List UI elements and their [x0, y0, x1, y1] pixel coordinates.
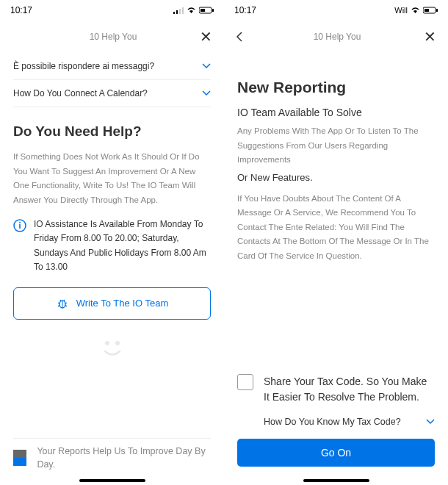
banner-icon	[13, 450, 26, 466]
info-row: IO Assistance Is Available From Monday T…	[13, 218, 211, 274]
faq-item-messages[interactable]: È possibile rispondere ai messaggi?	[13, 53, 211, 80]
status-icons: Will	[394, 6, 438, 15]
body-text: If Something Does Not Work As It Should …	[13, 150, 211, 207]
battery-icon	[199, 7, 214, 14]
content: New Reporting IO Team Available To Solve…	[224, 78, 448, 467]
chevron-down-icon	[202, 63, 211, 69]
content: È possibile rispondere ai messaggi? How …	[0, 53, 224, 368]
tax-code-faq[interactable]: How Do You Know My Tax Code?	[264, 417, 435, 427]
faq-label: How Do You Connect A Calendar?	[13, 88, 148, 98]
smile-icon	[13, 333, 211, 368]
status-time: 10:17	[10, 5, 32, 15]
write-to-team-button[interactable]: Write To The IO Team	[13, 287, 211, 320]
close-icon[interactable]: ✕	[424, 28, 436, 46]
faq-label: È possibile rispondere ai messaggi?	[13, 61, 154, 71]
banner-text: Your Reports Help Us To Improve Day By D…	[37, 445, 211, 473]
svg-rect-5	[200, 9, 205, 12]
svg-line-13	[65, 303, 67, 303]
write-btn-label: Write To The IO Team	[76, 298, 168, 309]
wifi-icon	[187, 7, 196, 14]
battery-icon	[423, 7, 438, 14]
go-on-button[interactable]: Go On	[237, 439, 435, 467]
paragraph-1: Any Problems With The App Or To Listen T…	[237, 124, 435, 168]
svg-rect-9	[19, 224, 21, 229]
bug-icon	[56, 297, 69, 310]
home-indicator	[303, 479, 369, 482]
status-icons	[173, 7, 214, 14]
header-title: 10 Help You	[314, 32, 361, 42]
status-bar: 10:17 Will	[224, 0, 448, 21]
signal-icon	[173, 7, 184, 14]
wifi-icon	[411, 7, 420, 14]
info-icon	[13, 219, 26, 232]
svg-rect-0	[173, 12, 175, 14]
section-title: Do You Need Help?	[13, 123, 211, 140]
tax-code-label: How Do You Know My Tax Code?	[264, 417, 401, 427]
back-icon[interactable]	[236, 31, 250, 43]
svg-point-18	[105, 341, 109, 345]
share-tax-code-checkbox[interactable]	[237, 374, 253, 390]
go-btn-label: Go On	[321, 447, 351, 459]
page-title: New Reporting	[237, 78, 435, 96]
home-indicator	[79, 479, 145, 482]
svg-rect-3	[182, 7, 184, 14]
paragraph-1b: Or New Features.	[237, 172, 435, 183]
svg-line-12	[58, 303, 60, 303]
phone-right: 10:17 Will 10 Help You ✕ New Reporting I…	[224, 0, 448, 485]
header: 10 Help You ✕	[0, 21, 224, 53]
info-text: IO Assistance Is Available From Monday T…	[34, 218, 211, 274]
carrier-label: Will	[394, 6, 408, 15]
chevron-down-icon	[426, 419, 435, 425]
svg-line-16	[60, 300, 61, 301]
paragraph-2: If You Have Doubts About The Content Of …	[237, 192, 435, 264]
close-icon[interactable]: ✕	[200, 28, 212, 46]
status-time: 10:17	[234, 5, 256, 15]
banner: Your Reports Help Us To Improve Day By D…	[13, 438, 211, 478]
svg-rect-2	[179, 9, 181, 14]
svg-rect-1	[176, 10, 178, 14]
checkbox-row: Share Your Tax Code. So You Make It Easi…	[237, 374, 435, 405]
subtitle: IO Team Available To Solve	[237, 107, 435, 118]
status-bar: 10:17	[0, 0, 224, 21]
phone-left: 10:17 10 Help You ✕ È possibile risponde…	[0, 0, 224, 485]
svg-rect-21	[424, 9, 429, 12]
svg-point-19	[115, 341, 120, 345]
header-title: 10 Help You	[90, 32, 137, 42]
header: 10 Help You ✕	[224, 21, 448, 53]
svg-rect-22	[436, 9, 438, 12]
checkbox-label: Share Your Tax Code. So You Make It Easi…	[264, 374, 435, 405]
faq-item-calendar[interactable]: How Do You Connect A Calendar?	[13, 80, 211, 107]
svg-line-17	[64, 300, 65, 301]
chevron-down-icon	[202, 90, 211, 96]
svg-point-8	[19, 222, 21, 223]
svg-rect-6	[212, 9, 214, 12]
